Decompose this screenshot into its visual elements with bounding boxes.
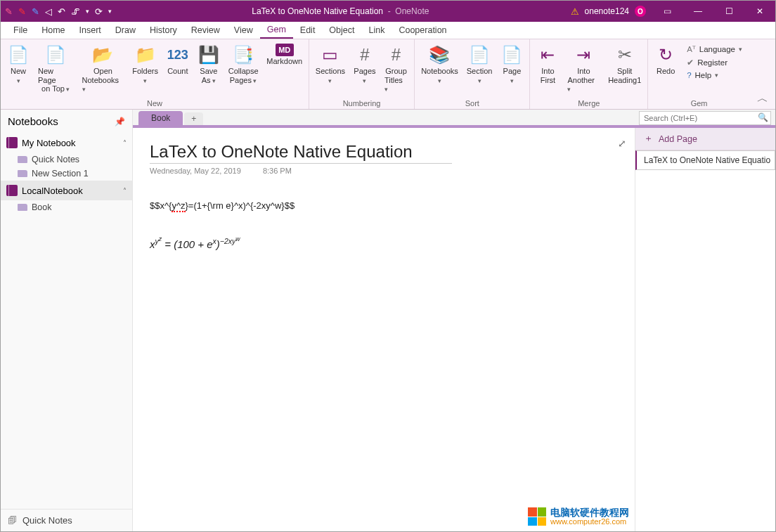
group-label: Sort (418, 99, 526, 109)
menu-view[interactable]: View (227, 22, 260, 38)
ribbon-group-sort: 📚Notebooks 📄Section 📄Page Sort (415, 39, 530, 109)
merge-into-first-button[interactable]: ⇤IntoFirst (533, 41, 562, 86)
workspace: Notebooks 📌 My Notebook ˄ Quick Notes Ne… (1, 110, 775, 531)
page-content[interactable]: $$x^{y^z}=(1+{\rm e}^x)^{-2xy^w}$$ xyz =… (150, 200, 618, 251)
notebook-my-notebook[interactable]: My Notebook ˄ (1, 133, 132, 153)
pin-icon[interactable]: 📌 (115, 117, 125, 126)
page-title (150, 141, 618, 164)
notebook-label: LocalNotebook (22, 186, 83, 196)
menu-object[interactable]: Object (322, 22, 361, 38)
close-button[interactable]: ✕ (744, 1, 775, 22)
notebook-label: My Notebook (22, 138, 76, 148)
quick-notes-button[interactable]: 🗐 Quick Notes (1, 509, 132, 531)
folders-button[interactable]: 📁Folders (129, 41, 162, 86)
menu-file[interactable]: File (6, 22, 34, 38)
quick-access-toolbar: ✎ ✎ ✎ ◁ ↶ 🖇 ▾ ⟳ ▾ (1, 6, 116, 17)
search-icon[interactable]: 🔍 (758, 112, 768, 122)
register-button[interactable]: ✔Register (683, 56, 746, 69)
new-button[interactable]: 📄New (4, 41, 33, 86)
ribbon-group-new: 📄New 📄New Pageon Top 📂OpenNotebooks 📁Fol… (1, 39, 309, 109)
menu-cooperation[interactable]: Cooperation (392, 22, 453, 38)
plus-icon: ＋ (644, 133, 653, 145)
user-name[interactable]: onenote124 (585, 6, 629, 16)
main-panel: Book + 🔍 ⤢ Wednesday, May 22, 2019 8:36 … (133, 110, 775, 531)
pen-red2-icon[interactable]: ✎ (18, 6, 26, 17)
language-button[interactable]: AᵀLanguage▾ (683, 43, 746, 56)
numbering-pages-button[interactable]: #Pages (350, 41, 380, 86)
merge-into-another-button[interactable]: ⇥IntoAnother (564, 41, 603, 96)
minimize-button[interactable]: — (683, 1, 713, 22)
watermark-logo-icon (528, 507, 546, 526)
avatar[interactable]: O (635, 6, 646, 17)
menu-home[interactable]: Home (34, 22, 72, 38)
qat-overflow-icon[interactable]: ▾ (108, 8, 112, 15)
rendered-equation: xyz = (100 + ex)−2xyw (150, 235, 618, 251)
page-meta: Wednesday, May 22, 2019 8:36 PM (150, 167, 618, 175)
numbering-group-titles-button[interactable]: #GroupTitles (381, 41, 411, 96)
pages-panel: ＋ Add Page LaTeX to OneNote Native Equat… (635, 128, 775, 531)
warning-icon[interactable]: ⚠ (571, 6, 579, 17)
page-date: Wednesday, May 22, 2019 (150, 167, 241, 175)
latex-source[interactable]: $$x^{y^z}=(1+{\rm e}^x)^{-2xy^w}$$ (150, 200, 618, 211)
section-icon (18, 156, 27, 163)
markdown-button[interactable]: MDMarkdown (263, 41, 306, 68)
notebook-icon (6, 137, 18, 148)
group-label: Gem (651, 99, 747, 109)
page-list-item[interactable]: LaTeX to OneNote Native Equatio (635, 150, 775, 170)
expand-icon[interactable]: ⤢ (618, 138, 626, 149)
redo-button[interactable]: ↻Redo (651, 41, 680, 78)
section-icon (18, 170, 27, 177)
title-bar: ✎ ✎ ✎ ◁ ↶ 🖇 ▾ ⟳ ▾ LaTeX to OneNote Nativ… (1, 1, 775, 22)
search-wrap: 🔍 (639, 111, 771, 125)
section-new-section-1[interactable]: New Section 1 (1, 167, 132, 181)
menu-link[interactable]: Link (362, 22, 392, 38)
numbering-sections-button[interactable]: ▭Sections (312, 41, 349, 86)
add-page-button[interactable]: ＋ Add Page (635, 128, 775, 150)
chevron-up-icon: ˄ (123, 187, 127, 195)
section-book[interactable]: Book (1, 200, 132, 214)
collapse-pages-button[interactable]: 📑CollapsePages (225, 41, 262, 86)
help-button[interactable]: ?Help▾ (683, 70, 746, 81)
page-time: 8:36 PM (263, 167, 292, 175)
pen-blue-icon[interactable]: ✎ (32, 6, 39, 17)
menu-insert[interactable]: Insert (72, 22, 108, 38)
watermark-line1: 电脑软硬件教程网 (550, 507, 629, 517)
search-input[interactable] (639, 111, 771, 125)
menu-draw[interactable]: Draw (108, 22, 143, 38)
ribbon-mode-icon[interactable]: ▭ (652, 1, 683, 22)
save-as-button[interactable]: 💾SaveAs (194, 41, 224, 86)
menu-gem[interactable]: Gem (260, 22, 293, 39)
page-canvas[interactable]: ⤢ Wednesday, May 22, 2019 8:36 PM $$x^{y… (133, 128, 635, 531)
nav-back-icon[interactable]: ◁ (45, 6, 52, 17)
ribbon-group-gem: ↻Redo AᵀLanguage▾ ✔Register ?Help▾ Gem (648, 39, 750, 109)
attach-icon[interactable]: 🖇 (71, 6, 80, 17)
open-notebooks-button[interactable]: 📂OpenNotebooks (79, 41, 128, 96)
split-heading1-button[interactable]: ✂SplitHeading1 (604, 41, 645, 86)
notebook-localnotebook[interactable]: LocalNotebook ˄ (1, 181, 132, 200)
maximize-button[interactable]: ☐ (713, 1, 744, 22)
menu-history[interactable]: History (143, 22, 184, 38)
pen-red-icon[interactable]: ✎ (5, 6, 13, 17)
tab-book[interactable]: Book (138, 111, 183, 125)
menu-review[interactable]: Review (184, 22, 227, 38)
qat-drop-icon[interactable]: ▾ (86, 8, 89, 15)
menu-bar: FileHomeInsertDrawHistoryReviewViewGemEd… (1, 22, 775, 39)
group-label: Numbering (312, 99, 411, 109)
count-button[interactable]: 123Count (163, 41, 193, 78)
sort-notebooks-button[interactable]: 📚Notebooks (418, 41, 462, 86)
sync-icon[interactable]: ⟳ (95, 6, 103, 17)
tab-add[interactable]: + (184, 112, 203, 125)
ribbon-group-merge: ⇤IntoFirst ⇥IntoAnother ✂SplitHeading1 M… (530, 39, 648, 109)
sort-page-button[interactable]: 📄Page (497, 41, 526, 86)
undo-icon[interactable]: ↶ (58, 6, 65, 17)
quicknotes-icon: 🗐 (8, 515, 17, 526)
menu-edit[interactable]: Edit (293, 22, 323, 38)
notebooks-header: Notebooks 📌 (1, 110, 132, 133)
ribbon-collapse-icon[interactable]: ︿ (750, 89, 775, 109)
page-title-input[interactable] (150, 141, 452, 164)
section-quick-notes[interactable]: Quick Notes (1, 153, 132, 167)
watermark: 电脑软硬件教程网 www.computer26.com (526, 506, 630, 527)
sort-section-button[interactable]: 📄Section (463, 41, 496, 86)
new-page-on-top-button[interactable]: 📄New Pageon Top (34, 41, 77, 96)
window-title: LaTeX to OneNote Native Equation - OneNo… (116, 6, 565, 16)
